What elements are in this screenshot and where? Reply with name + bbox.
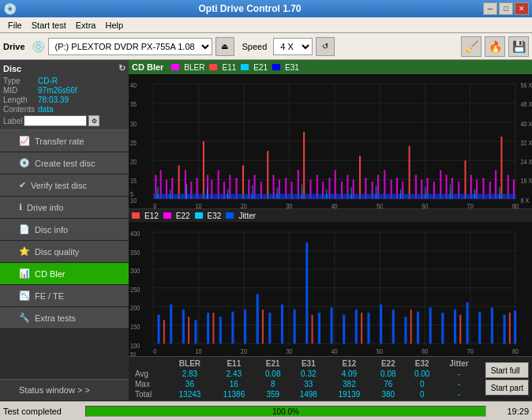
start-full-button[interactable]: Start full — [485, 362, 529, 378]
save-button[interactable]: 💾 — [508, 36, 529, 57]
legend-bler-color — [171, 64, 179, 70]
svg-rect-55 — [242, 165, 244, 199]
stats-avg-bler: 2.83 — [167, 369, 212, 379]
stats-max-e22: 76 — [371, 379, 405, 389]
stats-total-e21: 359 — [256, 389, 290, 399]
stats-col-header-jitter: Jitter — [439, 358, 479, 369]
stats-col-header-e31: E31 — [290, 358, 327, 369]
legend2-jitter-color — [226, 212, 234, 219]
svg-rect-161 — [268, 313, 271, 343]
stats-max-bler: 36 — [167, 379, 212, 389]
stats-total-label: Total — [132, 389, 167, 399]
svg-rect-179 — [491, 308, 493, 344]
sidebar-item-cd-bler[interactable]: 📊 CD Bler — [0, 263, 129, 285]
verify-test-disc-icon: ✔ — [19, 180, 26, 190]
erase-button[interactable]: 🧹 — [461, 36, 481, 57]
svg-text:40: 40 — [332, 348, 338, 356]
stats-max-label: Max — [132, 379, 167, 389]
svg-text:60: 60 — [421, 202, 429, 208]
main-layout: Disc ↻ Type CD-R MID 97m26s66f Length 78… — [0, 60, 532, 401]
stats-avg-jitter: - — [439, 369, 479, 379]
menu-start-test[interactable]: Start test — [27, 19, 71, 32]
svg-rect-184 — [212, 313, 214, 343]
stats-area: BLER E11 E21 E31 E12 E22 E32 Jitter Avg — [129, 356, 532, 401]
drive-select[interactable]: (P:) PLEXTOR DVDR PX-755A 1.08 — [48, 38, 212, 55]
svg-text:50: 50 — [377, 202, 384, 208]
svg-text:20: 20 — [241, 348, 247, 356]
stats-max-e32: 0 — [405, 379, 439, 389]
menu-extra[interactable]: Extra — [71, 19, 101, 32]
svg-rect-106 — [252, 186, 253, 199]
sidebar-item-verify-test-disc[interactable]: ✔ Verify test disc — [0, 174, 129, 197]
svg-rect-108 — [302, 185, 302, 199]
speed-select[interactable]: 4 X — [273, 38, 313, 55]
legend2-e22-color — [163, 212, 171, 219]
stats-avg-e21: 0.08 — [256, 369, 290, 379]
chart1-body: 56 X 48 X 40 X 32 X 24 X 16 X 8 X 40 35 … — [129, 74, 532, 209]
svg-rect-167 — [343, 315, 345, 344]
menu-help[interactable]: Help — [100, 19, 128, 32]
svg-text:20: 20 — [130, 159, 137, 167]
title-bar: 💿 Opti Drive Control 1.70 ─ □ ✕ — [0, 0, 532, 17]
type-label: Type — [3, 77, 35, 85]
stats-avg-e11: 2.43 — [212, 369, 256, 379]
label-row: Label ⚙ — [3, 115, 126, 126]
stats-max-row: Max 36 16 8 33 382 76 0 - — [132, 379, 479, 389]
disc-header: Disc ↻ — [3, 63, 126, 73]
close-button[interactable]: ✕ — [515, 2, 529, 15]
svg-text:16 X: 16 X — [520, 178, 532, 186]
label-edit-button[interactable]: ⚙ — [88, 115, 99, 126]
chart2-body: 400 350 300 250 200 150 100 0 10 20 30 4… — [129, 222, 532, 356]
sidebar-item-disc-quality[interactable]: ⭐ Disc quality — [0, 241, 129, 263]
sidebar-item-extra-tests[interactable]: 🔧 Extra tests — [0, 307, 129, 329]
stats-avg-label: Avg — [132, 369, 167, 379]
svg-text:50: 50 — [130, 351, 136, 356]
svg-rect-107 — [277, 187, 278, 199]
svg-rect-163 — [294, 309, 296, 343]
svg-rect-166 — [331, 308, 333, 344]
chart1-svg: 56 X 48 X 40 X 32 X 24 X 16 X 8 X 40 35 … — [129, 74, 532, 208]
refresh-button[interactable]: ↺ — [316, 37, 335, 56]
stats-col-header-e21: E21 — [256, 358, 290, 369]
svg-rect-176 — [454, 309, 456, 343]
svg-rect-175 — [441, 313, 444, 343]
sidebar-item-drive-info[interactable]: ℹ Drive info — [0, 197, 129, 219]
svg-text:70: 70 — [467, 348, 474, 356]
title-bar-title: Opti Drive Control 1.70 — [17, 3, 483, 14]
svg-rect-170 — [380, 305, 382, 344]
svg-rect-172 — [404, 317, 406, 343]
svg-rect-165 — [318, 313, 320, 343]
start-part-button[interactable]: Start part — [485, 380, 529, 396]
label-input[interactable] — [24, 115, 87, 126]
svg-rect-160 — [257, 294, 259, 344]
disc-refresh-icon[interactable]: ↻ — [118, 63, 126, 73]
svg-rect-173 — [417, 312, 419, 344]
svg-text:80: 80 — [512, 348, 519, 356]
disc-panel: Disc ↻ Type CD-R MID 97m26s66f Length 78… — [0, 60, 129, 130]
menu-file[interactable]: File — [3, 19, 27, 32]
burn-button[interactable]: 🔥 — [485, 36, 505, 57]
maximize-button[interactable]: □ — [499, 2, 513, 15]
stats-col-header-e11: E11 — [212, 358, 256, 369]
status-text: Test completed — [3, 407, 82, 416]
svg-text:100: 100 — [130, 342, 140, 350]
svg-text:0: 0 — [153, 348, 156, 356]
progress-bar-container: 100.0% — [85, 406, 486, 417]
status-bar: Test completed 100.0% 19:29 — [0, 401, 532, 420]
chart2-legend-bar: E12 E22 E32 Jitter — [129, 209, 532, 222]
svg-rect-181 — [514, 310, 516, 343]
svg-rect-82 — [409, 146, 410, 199]
eject-button[interactable]: ⏏ — [215, 37, 234, 56]
sidebar-item-transfer-rate[interactable]: 📈 Transfer rate — [0, 130, 129, 152]
status-window-button[interactable]: Status window > > — [0, 379, 129, 401]
sidebar-item-create-test-disc[interactable]: 💿 Create test disc — [0, 152, 129, 174]
sidebar-item-fe-te[interactable]: 📉 FE / TE — [0, 285, 129, 307]
sidebar-item-disc-info[interactable]: 📄 Disc info — [0, 219, 129, 241]
minimize-button[interactable]: ─ — [483, 2, 497, 15]
stats-actions: Start full Start part — [482, 357, 532, 401]
stats-avg-e31: 0.32 — [290, 369, 327, 379]
svg-text:25: 25 — [130, 139, 137, 147]
svg-text:10: 10 — [195, 202, 202, 208]
legend-e11-color — [209, 64, 217, 70]
transfer-rate-icon: 📈 — [19, 136, 30, 146]
